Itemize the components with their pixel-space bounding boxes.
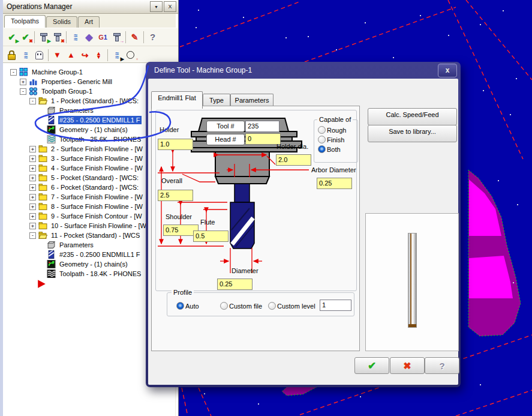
tool-icon	[47, 116, 56, 124]
point-entity	[196, 27, 197, 28]
folder-open-icon	[38, 97, 47, 105]
point-entity	[308, 36, 309, 37]
expand-plus-icon[interactable]: +	[29, 213, 36, 220]
radio-rough[interactable]	[318, 126, 326, 134]
machine-group-icon	[19, 68, 28, 76]
point-entity	[420, 15, 421, 16]
select-none-check-icon[interactable]: ✔✖	[19, 30, 32, 44]
tool-number-button[interactable]: Tool #	[206, 121, 245, 132]
tree-item-label: Toolpath - 25.6K - PHONES	[58, 135, 142, 143]
dialog-titlebar[interactable]: Define Tool - Machine Group-1 x	[146, 62, 461, 79]
collapse-minus-icon[interactable]: -	[29, 232, 36, 239]
expand-plus-icon[interactable]: +	[29, 184, 36, 191]
tab-endmill1-flat[interactable]: Endmill1 Flat	[151, 91, 203, 109]
post-g1-icon[interactable]: G1	[96, 30, 110, 44]
select-all-check-icon[interactable]: ✔▶	[5, 30, 19, 44]
toolpath-group-icon	[29, 87, 38, 95]
tab-toolpaths[interactable]: Toolpaths	[4, 15, 46, 28]
collapse-minus-icon[interactable]: -	[29, 98, 36, 104]
arbor-diameter-field[interactable]: 0.25	[317, 178, 352, 189]
copy-circle-icon[interactable]: ▫	[124, 48, 137, 62]
ok-button[interactable]: ✔	[354, 357, 389, 374]
expand-plus-icon[interactable]: +	[29, 165, 36, 172]
parameters-icon	[47, 106, 56, 115]
expand-plus-icon[interactable]: +	[29, 203, 36, 210]
properties-icon	[29, 77, 38, 86]
holder-field[interactable]: 1.0	[158, 139, 193, 150]
regen-tool-icon[interactable]: ▶	[37, 30, 50, 44]
radio-finish[interactable]	[318, 136, 326, 143]
point-entity	[480, 24, 481, 25]
tool-number-field[interactable]: 235	[245, 121, 279, 132]
tree-item-label: 8 - Surface Finish Flowline - [W	[50, 202, 144, 211]
tree-item-label: Parameters	[58, 241, 95, 249]
head-number-button[interactable]: Head #	[206, 134, 245, 145]
verify-solid-icon[interactable]: ◆	[82, 30, 96, 44]
insert-arrow-icon	[37, 279, 46, 288]
folder-icon	[38, 212, 47, 220]
cancel-button[interactable]: ✖	[390, 357, 425, 374]
holder-dia-field[interactable]: 2.0	[276, 154, 311, 166]
export-tool-icon[interactable]: →	[110, 30, 124, 44]
operations-manager-titlebar[interactable]: Operations Manager ▼ X	[3, 0, 178, 14]
radio-both-label: Both	[327, 146, 341, 153]
move-up-icon[interactable]: ▲	[64, 48, 78, 62]
point-entity	[480, 384, 481, 385]
diameter-label: Diameter	[232, 267, 259, 274]
tree-item-label: 6 - Pocket (Standard) - [WCS:	[50, 183, 140, 191]
select-toolpath-icon[interactable]: ≈≈▶	[110, 48, 124, 62]
diameter-field[interactable]: 0.25	[217, 279, 253, 290]
calc-speed-feed-button[interactable]: Calc. Speed/Feed	[368, 108, 457, 125]
radio-both[interactable]	[318, 145, 326, 153]
radio-auto[interactable]	[176, 302, 184, 310]
expand-plus-icon[interactable]: +	[29, 194, 36, 200]
collapse-minus-icon[interactable]: -	[20, 88, 26, 95]
move-insert-icon[interactable]: ↪	[78, 48, 92, 62]
toolpath-waves-icon[interactable]: ≈≈	[19, 48, 32, 62]
expand-plus-icon[interactable]: +	[29, 223, 36, 229]
expand-plus-icon[interactable]: +	[29, 175, 36, 181]
holder-label: Holder	[160, 126, 179, 133]
ghost-icon[interactable]	[32, 48, 46, 62]
lock-icon[interactable]	[5, 48, 19, 62]
tree-item-label: #235 - 0.2500 ENDMILL1 F	[58, 116, 142, 124]
save-to-library-button[interactable]: Save to library...	[368, 125, 457, 142]
backplot-waves-icon[interactable]: ≈≈	[68, 30, 82, 44]
point-entity	[513, 282, 514, 283]
point-entity	[336, 49, 337, 50]
overall-field[interactable]: 2.5	[158, 190, 193, 201]
radio-custom-level-label: Custom level	[277, 303, 315, 310]
flute-field[interactable]: 0.5	[193, 231, 229, 242]
holder-dia-label: Holder dia.	[276, 143, 308, 150]
radio-custom-level[interactable]	[268, 302, 276, 310]
help-button[interactable]: ?	[425, 357, 459, 374]
expand-plus-icon[interactable]: +	[29, 155, 36, 162]
highlighter-pen-icon[interactable]: ✎	[128, 30, 142, 44]
point-entity	[204, 393, 205, 394]
delete-tool-icon[interactable]: ✖	[50, 30, 64, 44]
point-entity	[510, 114, 511, 115]
tab-art[interactable]: Art	[78, 16, 100, 28]
shoulder-label: Shoulder	[166, 213, 192, 220]
expand-plus-icon[interactable]: +	[29, 146, 36, 152]
collapse-minus-icon[interactable]: -	[10, 69, 17, 76]
move-down-icon[interactable]: ▼	[50, 48, 64, 62]
panel-close-button[interactable]: X	[164, 1, 176, 12]
expand-collapse-icon[interactable]: ▲▼	[92, 48, 106, 62]
tool-preview-panel	[365, 213, 459, 351]
geometry-icon	[47, 125, 56, 134]
flute-label: Flute	[200, 219, 215, 226]
point-entity	[498, 180, 499, 181]
dialog-close-button[interactable]: x	[438, 64, 457, 77]
custom-level-field[interactable]: 1	[320, 300, 351, 311]
profile-legend: Profile	[172, 289, 194, 296]
tree-item-label: Machine Group-1	[31, 68, 84, 76]
point-entity	[365, 22, 366, 23]
toolbar-separator	[48, 49, 49, 61]
head-number-field[interactable]: 0	[245, 133, 281, 145]
help-icon[interactable]: ?	[146, 30, 160, 44]
tab-solids[interactable]: Solids	[46, 16, 77, 28]
expand-plus-icon[interactable]: +	[20, 79, 26, 85]
radio-custom-file[interactable]	[220, 302, 228, 310]
panel-menu-button[interactable]: ▼	[150, 1, 163, 12]
